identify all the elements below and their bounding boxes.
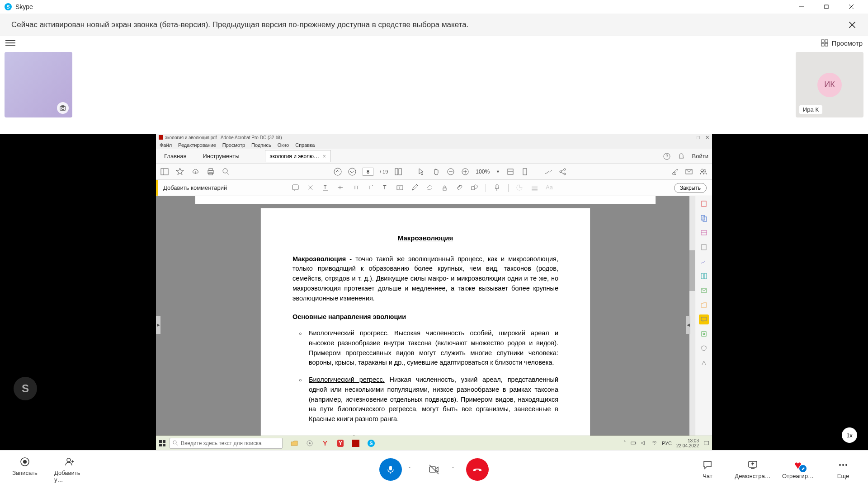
- tab-home[interactable]: Главная: [160, 149, 191, 163]
- snapshot-button[interactable]: [57, 102, 69, 114]
- highlight-tool-icon[interactable]: [670, 168, 679, 176]
- cloud-upload-icon[interactable]: [191, 168, 199, 176]
- fit-width-icon[interactable]: [506, 168, 514, 176]
- add-participant-button[interactable]: Добавить у…: [54, 456, 86, 483]
- taskbar-app-skype[interactable]: S: [365, 438, 377, 449]
- tab-document[interactable]: экология и эволю… ×: [265, 150, 331, 162]
- rp-export-icon[interactable]: [699, 257, 709, 267]
- rp-more-icon[interactable]: [699, 358, 709, 368]
- tray-chevron-icon[interactable]: ˄: [623, 440, 626, 446]
- camera-options-button[interactable]: ˄: [452, 466, 460, 473]
- chat-button[interactable]: Чат: [692, 459, 723, 479]
- mic-options-button[interactable]: ˄: [408, 466, 416, 473]
- rp-edit-icon[interactable]: [699, 228, 709, 238]
- login-button[interactable]: Войти: [692, 153, 708, 160]
- search-icon[interactable]: [222, 168, 230, 176]
- text-insert-icon[interactable]: T: [366, 184, 374, 192]
- menu-button[interactable]: [5, 38, 15, 48]
- stamp-icon[interactable]: [441, 184, 448, 192]
- page-down-icon[interactable]: [348, 168, 356, 176]
- doc-tab-close-button[interactable]: ×: [323, 153, 326, 160]
- page-up-icon[interactable]: [334, 168, 342, 176]
- acrobat-maximize-button[interactable]: □: [697, 135, 700, 141]
- textbox-icon[interactable]: T: [396, 184, 404, 192]
- acrobat-close-button[interactable]: ✕: [705, 135, 709, 141]
- taskbar-app-yandex[interactable]: Y: [319, 438, 331, 449]
- text-tool-icon[interactable]: T: [381, 184, 389, 192]
- camera-button[interactable]: [423, 458, 445, 481]
- rp-combine-icon[interactable]: [699, 213, 709, 223]
- attachment-icon[interactable]: [456, 184, 463, 192]
- rp-sign-icon[interactable]: [699, 242, 709, 252]
- line-weight-icon[interactable]: [531, 184, 538, 192]
- sidebar-icon[interactable]: [160, 168, 169, 176]
- more-button[interactable]: Еще: [827, 459, 859, 479]
- text-replace-icon[interactable]: TT: [351, 184, 359, 192]
- self-video-thumbnail[interactable]: [5, 52, 72, 117]
- banner-close-button[interactable]: [848, 20, 857, 29]
- page-number-input[interactable]: [363, 168, 373, 176]
- right-pane-toggle[interactable]: ◀: [686, 316, 690, 334]
- react-button[interactable]: ♥ Отреагир…: [782, 459, 814, 479]
- scrollbar-thumb[interactable]: [689, 250, 695, 291]
- tray-battery-icon[interactable]: [631, 440, 637, 446]
- start-button[interactable]: [159, 440, 166, 447]
- shapes-icon[interactable]: [471, 184, 478, 192]
- page-view-icon[interactable]: [394, 168, 402, 176]
- eraser-icon[interactable]: [426, 184, 434, 192]
- tray-wifi-icon[interactable]: [651, 440, 657, 446]
- mail-icon[interactable]: [685, 168, 693, 176]
- highlight-icon[interactable]: [307, 184, 314, 192]
- record-button[interactable]: Записать: [9, 456, 41, 483]
- share-icon[interactable]: [559, 168, 567, 176]
- pin-icon[interactable]: [493, 184, 501, 192]
- rp-protect-icon[interactable]: [699, 343, 709, 353]
- fit-page-icon[interactable]: [521, 168, 529, 176]
- sign-icon[interactable]: [544, 168, 552, 176]
- tray-notifications-icon[interactable]: [703, 440, 709, 446]
- zoom-level[interactable]: 100%: [476, 169, 490, 175]
- menu-view[interactable]: Просмотр: [222, 142, 245, 148]
- window-close-button[interactable]: [839, 0, 863, 14]
- rp-send-icon[interactable]: [699, 286, 709, 296]
- tab-tools[interactable]: Инструменты: [198, 149, 244, 163]
- help-icon[interactable]: ?: [663, 153, 670, 160]
- rp-create-icon[interactable]: [699, 199, 709, 209]
- tray-lang[interactable]: РУС: [662, 441, 672, 446]
- taskbar-search[interactable]: [170, 438, 283, 449]
- color-icon[interactable]: [516, 184, 524, 192]
- rp-organize-icon[interactable]: [699, 271, 709, 281]
- menu-file[interactable]: Файл: [160, 142, 172, 148]
- view-layout-button[interactable]: Просмотр: [821, 39, 863, 47]
- taskbar-app-acrobat[interactable]: [349, 438, 362, 449]
- tray-volume-icon[interactable]: [641, 440, 647, 446]
- left-pane-toggle[interactable]: ▶: [156, 316, 160, 334]
- zoom-in-icon[interactable]: [461, 168, 469, 176]
- taskbar-app-yandex2[interactable]: Y: [334, 438, 347, 449]
- menu-help[interactable]: Справка: [295, 142, 315, 148]
- end-call-button[interactable]: [466, 458, 489, 481]
- participant-thumbnail[interactable]: ИК Ира К: [796, 52, 863, 117]
- taskbar-app-explorer[interactable]: [288, 438, 301, 449]
- tray-clock[interactable]: 13:03 22.04.2022: [676, 438, 699, 448]
- menu-edit[interactable]: Редактирование: [178, 142, 216, 148]
- sticky-note-icon[interactable]: [292, 184, 299, 192]
- print-icon[interactable]: [207, 168, 215, 176]
- people-icon[interactable]: [699, 168, 708, 176]
- rp-scan-icon[interactable]: [699, 329, 709, 339]
- pointer-icon[interactable]: [418, 168, 426, 176]
- menu-sign[interactable]: Подпись: [251, 142, 271, 148]
- zoom-out-icon[interactable]: [447, 168, 455, 176]
- mute-button[interactable]: [379, 458, 402, 481]
- menu-window[interactable]: Окно: [278, 142, 289, 148]
- hand-icon[interactable]: [432, 168, 440, 176]
- taskbar-app-settings[interactable]: [303, 438, 316, 449]
- window-maximize-button[interactable]: [814, 0, 839, 14]
- playback-speed-button[interactable]: 1x: [842, 427, 857, 443]
- bell-icon[interactable]: [678, 153, 685, 160]
- pencil-icon[interactable]: [411, 184, 419, 192]
- taskbar-search-input[interactable]: [181, 440, 279, 446]
- text-strikethrough-icon[interactable]: T: [336, 184, 344, 192]
- share-screen-button[interactable]: Демонстра…: [737, 459, 769, 479]
- close-toolbar-button[interactable]: Закрыть: [674, 183, 707, 193]
